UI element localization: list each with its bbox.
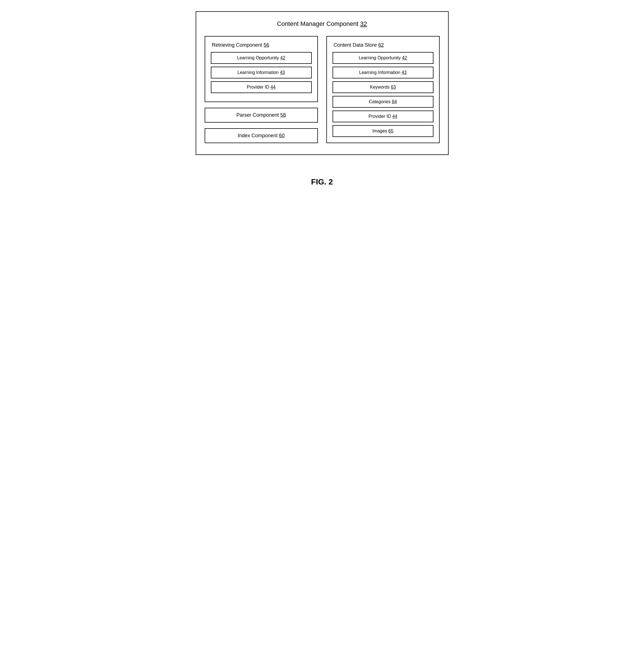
content-store-title-text: Content Data Store [334, 42, 377, 48]
lo-label-right: Learning Opportunity [359, 56, 402, 60]
provider-id-right: Provider ID 44 [332, 111, 434, 122]
retrieving-component-title: Retrieving Component 56 [211, 42, 312, 48]
outer-title-ref: 32 [360, 20, 367, 27]
index-component-box: Index Component 60 [205, 128, 318, 143]
images-ref: 65 [389, 129, 394, 133]
learning-information-right: Learning Information 43 [332, 67, 434, 79]
li-ref-right: 43 [402, 70, 407, 75]
outer-title-text: Content Manager Component [277, 20, 359, 27]
lo-ref-left: 42 [280, 56, 285, 60]
categories-ref: 64 [392, 99, 397, 104]
retrieving-component-box: Retrieving Component 56 Learning Opportu… [205, 36, 318, 102]
index-ref: 60 [279, 133, 285, 138]
page-wrapper: Content Manager Component 32 Retrieving … [196, 11, 448, 186]
content-store-title-ref: 62 [378, 42, 384, 48]
outer-title: Content Manager Component 32 [205, 20, 440, 27]
li-label-right: Learning Information [359, 70, 402, 75]
categories-box: Categories 64 [332, 96, 434, 108]
learning-opportunity-right: Learning Opportunity 42 [332, 52, 434, 64]
retrieving-title-text: Retrieving Component [212, 42, 262, 48]
provider-id-left: Provider ID 44 [211, 81, 312, 93]
retrieving-title-ref: 56 [264, 42, 269, 48]
content-store-title: Content Data Store 62 [332, 42, 434, 48]
content-data-store-box: Content Data Store 62 Learning Opportuni… [326, 36, 440, 143]
lo-ref-right: 42 [402, 56, 407, 60]
categories-label: Categories [369, 99, 392, 104]
learning-opportunity-left: Learning Opportunity 42 [211, 52, 312, 64]
parser-ref: 58 [280, 112, 286, 118]
keywords-ref: 63 [391, 85, 396, 89]
index-label: Index Component [237, 133, 277, 138]
parser-label: Parser Component [236, 112, 279, 118]
li-label-left: Learning Information [237, 70, 280, 75]
pid-label-left: Provider ID [247, 85, 270, 89]
keywords-box: Keywords 63 [332, 81, 434, 93]
learning-information-left: Learning Information 43 [211, 67, 312, 79]
pid-ref-right: 44 [392, 114, 397, 119]
left-column: Retrieving Component 56 Learning Opportu… [205, 36, 318, 143]
keywords-label: Keywords [370, 85, 391, 89]
lo-label-left: Learning Opportunity [237, 56, 280, 60]
images-box: Images 65 [332, 125, 434, 137]
pid-label-right: Provider ID [369, 114, 392, 119]
inner-layout: Retrieving Component 56 Learning Opportu… [205, 36, 440, 143]
fig-label: FIG. 2 [311, 177, 333, 186]
images-label: Images [372, 129, 389, 133]
outer-box: Content Manager Component 32 Retrieving … [196, 11, 448, 155]
parser-component-box: Parser Component 58 [205, 108, 318, 123]
right-column: Content Data Store 62 Learning Opportuni… [326, 36, 440, 143]
pid-ref-left: 44 [270, 85, 275, 89]
li-ref-left: 43 [280, 70, 285, 75]
